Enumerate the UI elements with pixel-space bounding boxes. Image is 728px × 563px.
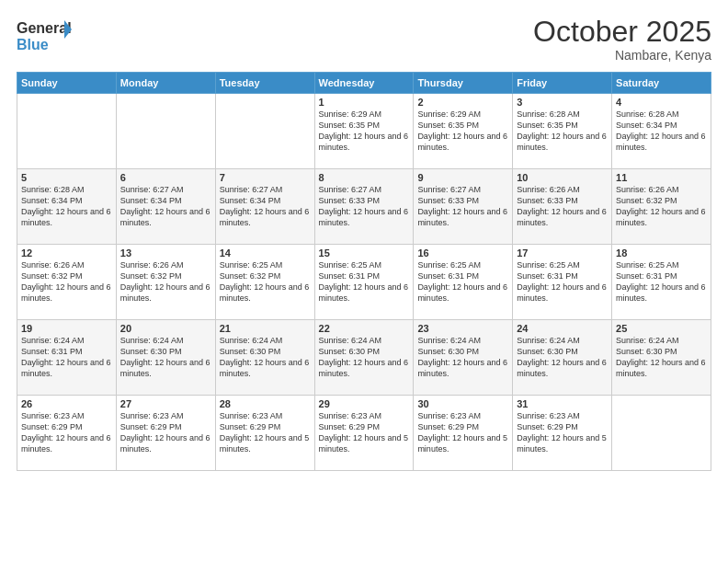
day-info: Sunrise: 6:29 AM Sunset: 6:35 PM Dayligh…	[319, 109, 410, 154]
day-number: 9	[417, 172, 508, 183]
day-number: 26	[21, 398, 112, 409]
calendar-cell: 11Sunrise: 6:26 AM Sunset: 6:32 PM Dayli…	[612, 169, 711, 245]
day-info: Sunrise: 6:24 AM Sunset: 6:30 PM Dayligh…	[220, 335, 311, 380]
calendar-cell: 4Sunrise: 6:28 AM Sunset: 6:34 PM Daylig…	[612, 94, 711, 169]
day-info: Sunrise: 6:23 AM Sunset: 6:29 PM Dayligh…	[21, 410, 112, 455]
calendar-cell: 9Sunrise: 6:27 AM Sunset: 6:33 PM Daylig…	[414, 169, 513, 245]
day-number: 14	[220, 247, 311, 259]
day-number: 24	[517, 323, 608, 334]
day-number: 1	[319, 97, 410, 108]
calendar-cell: 19Sunrise: 6:24 AM Sunset: 6:31 PM Dayli…	[17, 320, 117, 396]
calendar-cell: 30Sunrise: 6:23 AM Sunset: 6:29 PM Dayli…	[414, 396, 513, 471]
calendar-cell: 3Sunrise: 6:28 AM Sunset: 6:35 PM Daylig…	[513, 94, 612, 169]
calendar-cell: 27Sunrise: 6:23 AM Sunset: 6:29 PM Dayli…	[116, 396, 215, 471]
calendar-cell: 16Sunrise: 6:25 AM Sunset: 6:31 PM Dayli…	[414, 245, 513, 320]
calendar-table: SundayMondayTuesdayWednesdayThursdayFrid…	[17, 72, 711, 471]
calendar-cell	[612, 396, 711, 471]
calendar-cell: 12Sunrise: 6:26 AM Sunset: 6:32 PM Dayli…	[17, 245, 117, 320]
day-info: Sunrise: 6:25 AM Sunset: 6:31 PM Dayligh…	[417, 259, 508, 304]
day-number: 5	[21, 172, 112, 183]
day-info: Sunrise: 6:26 AM Sunset: 6:32 PM Dayligh…	[21, 259, 112, 304]
calendar-cell	[17, 94, 117, 169]
day-info: Sunrise: 6:23 AM Sunset: 6:29 PM Dayligh…	[417, 410, 508, 455]
day-number: 19	[21, 323, 112, 334]
day-info: Sunrise: 6:25 AM Sunset: 6:31 PM Dayligh…	[319, 259, 410, 304]
day-number: 29	[319, 398, 410, 409]
day-info: Sunrise: 6:26 AM Sunset: 6:32 PM Dayligh…	[120, 259, 211, 304]
day-number: 28	[220, 398, 311, 409]
logo: GeneralBlue	[17, 17, 72, 53]
day-info: Sunrise: 6:26 AM Sunset: 6:33 PM Dayligh…	[517, 184, 608, 229]
calendar-cell: 23Sunrise: 6:24 AM Sunset: 6:30 PM Dayli…	[414, 320, 513, 396]
day-info: Sunrise: 6:28 AM Sunset: 6:34 PM Dayligh…	[616, 109, 707, 154]
calendar-cell: 26Sunrise: 6:23 AM Sunset: 6:29 PM Dayli…	[17, 396, 117, 471]
day-info: Sunrise: 6:24 AM Sunset: 6:30 PM Dayligh…	[417, 335, 508, 380]
day-number: 18	[616, 247, 707, 259]
calendar-cell: 29Sunrise: 6:23 AM Sunset: 6:29 PM Dayli…	[314, 396, 414, 471]
calendar-cell: 10Sunrise: 6:26 AM Sunset: 6:33 PM Dayli…	[513, 169, 612, 245]
calendar-cell: 31Sunrise: 6:23 AM Sunset: 6:29 PM Dayli…	[513, 396, 612, 471]
day-info: Sunrise: 6:24 AM Sunset: 6:30 PM Dayligh…	[319, 335, 410, 380]
calendar-day-header: Saturday	[612, 73, 711, 94]
day-info: Sunrise: 6:24 AM Sunset: 6:30 PM Dayligh…	[120, 335, 211, 380]
calendar-cell: 6Sunrise: 6:27 AM Sunset: 6:34 PM Daylig…	[116, 169, 215, 245]
day-info: Sunrise: 6:29 AM Sunset: 6:35 PM Dayligh…	[417, 109, 508, 154]
day-number: 31	[517, 398, 608, 409]
svg-text:General: General	[17, 20, 72, 36]
day-info: Sunrise: 6:23 AM Sunset: 6:29 PM Dayligh…	[120, 410, 211, 455]
calendar-cell: 7Sunrise: 6:27 AM Sunset: 6:34 PM Daylig…	[215, 169, 314, 245]
day-number: 25	[616, 323, 707, 334]
calendar-cell: 8Sunrise: 6:27 AM Sunset: 6:33 PM Daylig…	[314, 169, 414, 245]
calendar-cell: 1Sunrise: 6:29 AM Sunset: 6:35 PM Daylig…	[314, 94, 414, 169]
calendar-day-header: Friday	[513, 73, 612, 94]
svg-text:Blue: Blue	[17, 37, 49, 52]
day-number: 3	[517, 97, 608, 108]
day-info: Sunrise: 6:24 AM Sunset: 6:31 PM Dayligh…	[21, 335, 112, 380]
calendar-cell: 13Sunrise: 6:26 AM Sunset: 6:32 PM Dayli…	[116, 245, 215, 320]
calendar-day-header: Monday	[116, 73, 215, 94]
calendar-header-row: SundayMondayTuesdayWednesdayThursdayFrid…	[17, 73, 711, 94]
day-info: Sunrise: 6:25 AM Sunset: 6:31 PM Dayligh…	[616, 259, 707, 304]
day-number: 20	[120, 323, 211, 334]
day-number: 30	[417, 398, 508, 409]
calendar-day-header: Sunday	[17, 73, 117, 94]
day-info: Sunrise: 6:23 AM Sunset: 6:29 PM Dayligh…	[220, 410, 311, 455]
calendar-day-header: Tuesday	[215, 73, 314, 94]
day-number: 23	[417, 323, 508, 334]
day-number: 27	[120, 398, 211, 409]
logo-svg: GeneralBlue	[17, 17, 72, 53]
calendar-cell: 25Sunrise: 6:24 AM Sunset: 6:30 PM Dayli…	[612, 320, 711, 396]
calendar-week-row: 19Sunrise: 6:24 AM Sunset: 6:31 PM Dayli…	[17, 320, 711, 396]
day-number: 13	[120, 247, 211, 259]
calendar-cell	[215, 94, 314, 169]
calendar-cell: 17Sunrise: 6:25 AM Sunset: 6:31 PM Dayli…	[513, 245, 612, 320]
day-info: Sunrise: 6:23 AM Sunset: 6:29 PM Dayligh…	[517, 410, 608, 455]
day-number: 17	[517, 247, 608, 259]
day-info: Sunrise: 6:24 AM Sunset: 6:30 PM Dayligh…	[616, 335, 707, 380]
day-info: Sunrise: 6:27 AM Sunset: 6:33 PM Dayligh…	[417, 184, 508, 229]
day-number: 16	[417, 247, 508, 259]
day-number: 12	[21, 247, 112, 259]
title-block: October 2025 Nambare, Kenya	[533, 17, 711, 63]
day-number: 21	[220, 323, 311, 334]
calendar-cell: 28Sunrise: 6:23 AM Sunset: 6:29 PM Dayli…	[215, 396, 314, 471]
day-number: 6	[120, 172, 211, 183]
page-header: GeneralBlue October 2025 Nambare, Kenya	[17, 17, 711, 63]
day-info: Sunrise: 6:25 AM Sunset: 6:32 PM Dayligh…	[220, 259, 311, 304]
calendar-week-row: 26Sunrise: 6:23 AM Sunset: 6:29 PM Dayli…	[17, 396, 711, 471]
day-info: Sunrise: 6:23 AM Sunset: 6:29 PM Dayligh…	[319, 410, 410, 455]
day-info: Sunrise: 6:25 AM Sunset: 6:31 PM Dayligh…	[517, 259, 608, 304]
calendar-cell: 24Sunrise: 6:24 AM Sunset: 6:30 PM Dayli…	[513, 320, 612, 396]
day-info: Sunrise: 6:28 AM Sunset: 6:34 PM Dayligh…	[21, 184, 112, 229]
day-number: 8	[319, 172, 410, 183]
day-number: 15	[319, 247, 410, 259]
calendar-cell: 18Sunrise: 6:25 AM Sunset: 6:31 PM Dayli…	[612, 245, 711, 320]
day-number: 2	[417, 97, 508, 108]
month-title: October 2025	[533, 17, 711, 46]
calendar-cell: 2Sunrise: 6:29 AM Sunset: 6:35 PM Daylig…	[414, 94, 513, 169]
day-info: Sunrise: 6:27 AM Sunset: 6:33 PM Dayligh…	[319, 184, 410, 229]
day-info: Sunrise: 6:26 AM Sunset: 6:32 PM Dayligh…	[616, 184, 707, 229]
calendar-day-header: Wednesday	[314, 73, 414, 94]
calendar-day-header: Thursday	[414, 73, 513, 94]
calendar-cell: 20Sunrise: 6:24 AM Sunset: 6:30 PM Dayli…	[116, 320, 215, 396]
